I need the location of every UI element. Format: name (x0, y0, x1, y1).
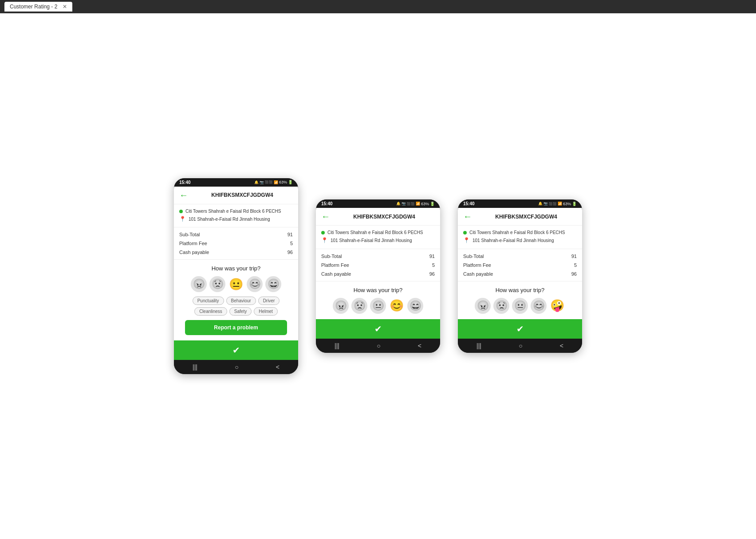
bottom-bar-1[interactable]: ✔ (174, 340, 298, 360)
from-dot-icon (179, 210, 183, 213)
route-from-3: Citi Towers Shahrah e Faisal Rd Block 6 … (463, 229, 577, 236)
check-icon-1: ✔ (232, 345, 240, 355)
emoji-great-3[interactable]: 🤪 (549, 298, 565, 314)
camera-icon-3: 📷 (543, 202, 548, 206)
from-address-2: Citi Towers Shahrah e Faisal Rd Block 6 … (327, 229, 423, 236)
rating-title-3: How was your trip? (496, 287, 545, 293)
emoji-great-1[interactable]: 😄 (265, 276, 281, 292)
app-header-2: ← KHIFBKSMXCFJGDGW4 (316, 208, 440, 226)
recent-apps-btn-2[interactable]: ||| (335, 342, 339, 349)
platform-value-2: 5 (432, 262, 435, 268)
booking-id-2: KHIFBKSMXCFJGDGW4 (334, 214, 435, 220)
platform-label-3: Platform Fee (463, 262, 491, 268)
nav-bar-2: ||| ○ < (316, 339, 440, 353)
tag-punctuality-1[interactable]: Punctuality (193, 297, 224, 305)
subtotal-value-3: 91 (571, 254, 577, 259)
to-address-2: 101 Shahrah-e-Faisal Rd Jinnah Housing (331, 237, 412, 244)
platform-value-3: 5 (574, 262, 577, 268)
battery-text-2: 63% (421, 202, 429, 206)
emoji-neutral-2[interactable]: 😐 (370, 298, 386, 314)
camera-icon-2: 📷 (402, 202, 406, 206)
emoji-angry-3[interactable]: 😠 (475, 298, 491, 314)
emoji-row-3: 😠 😟 😐 😊 🤪 (475, 298, 565, 314)
emoji-happy-3[interactable]: 😊 (531, 298, 547, 314)
to-address-3: 101 Shahrah-e-Faisal Rd Jinnah Housing (472, 237, 554, 244)
main-content: 15:40 🔔 📷 ⬛⬛ 📶 63% 🔋 ← KHIFBKSMXCFJGDGW4… (0, 13, 756, 539)
status-bar-2: 15:40 🔔 📷 ⬛⬛ 📶 63% 🔋 (316, 199, 440, 208)
tag-cleanliness-1[interactable]: Cleanliness (194, 307, 227, 316)
camera-icon: 📷 (260, 180, 264, 184)
tab-close-icon[interactable]: ✕ (63, 4, 67, 10)
emoji-angry-2[interactable]: 😠 (333, 298, 349, 314)
check-icon-2: ✔ (374, 324, 382, 334)
emoji-happy-2[interactable]: 😊 (389, 298, 405, 314)
subtotal-label-1: Sub-Total (179, 232, 200, 237)
to-address-1: 101 Shahrah-e-Faisal Rd Jinnah Housing (189, 216, 270, 223)
browser-tab[interactable]: Customer Rating - 2 ✕ (4, 2, 72, 12)
battery-text: 63% (279, 180, 287, 184)
status-bar-3: 15:40 🔔 📷 ⬛⬛ 📶 63% 🔋 (458, 199, 582, 208)
fare-row-platform-3: Platform Fee 5 (463, 261, 577, 270)
from-dot-icon-3 (463, 231, 467, 234)
from-address-1: Citi Towers Shahrah e Faisal Rd Block 6 … (185, 208, 281, 215)
app-header-1: ← KHIFBKSMXCFJGDGW4 (174, 187, 298, 204)
route-from-1: Citi Towers Shahrah e Faisal Rd Block 6 … (179, 208, 293, 215)
route-to-1: 📍 101 Shahrah-e-Faisal Rd Jinnah Housing (179, 215, 293, 223)
back-button-1[interactable]: ← (179, 190, 188, 200)
tag-behaviour-1[interactable]: Behaviour (226, 297, 256, 305)
fare-row-platform-2: Platform Fee 5 (321, 261, 435, 270)
rating-section-2: How was your trip? 😠 😟 😐 😊 😄 (316, 281, 440, 319)
back-nav-btn-2[interactable]: < (418, 342, 421, 349)
bottom-bar-3[interactable]: ✔ (458, 319, 582, 339)
status-icons-3: 🔔 📷 ⬛⬛ 📶 63% 🔋 (538, 202, 577, 206)
fare-row-platform-1: Platform Fee 5 (179, 239, 293, 248)
from-dot-icon-2 (321, 231, 325, 234)
emoji-neutral-3[interactable]: 😐 (512, 298, 528, 314)
emoji-happy-1[interactable]: 😊 (247, 276, 263, 292)
tag-helmet-1[interactable]: Helmet (254, 307, 278, 316)
fare-row-cash-3: Cash payable 96 (463, 270, 577, 278)
platform-value-1: 5 (290, 241, 293, 246)
bottom-bar-2[interactable]: ✔ (316, 319, 440, 339)
emoji-great-2[interactable]: 😄 (407, 298, 423, 314)
back-nav-btn-1[interactable]: < (276, 363, 280, 371)
booking-id-1: KHIFBKSMXCFJGDGW4 (192, 192, 293, 198)
app-header-3: ← KHIFBKSMXCFJGDGW4 (458, 208, 582, 226)
emoji-neutral-1[interactable]: 😐 (228, 276, 244, 292)
home-btn-3[interactable]: ○ (519, 342, 522, 349)
emoji-angry-1[interactable]: 😠 (191, 276, 207, 292)
status-bar-1: 15:40 🔔 📷 ⬛⬛ 📶 63% 🔋 (174, 178, 298, 187)
recent-apps-btn-1[interactable]: ||| (193, 363, 197, 371)
battery-icon-3: 🔋 (572, 202, 577, 206)
status-time-2: 15:40 (321, 201, 333, 206)
rating-title-2: How was your trip? (354, 287, 403, 293)
tag-driver-1[interactable]: Driver (258, 297, 280, 305)
phone-3: 15:40 🔔 📷 ⬛⬛ 📶 63% 🔋 ← KHIFBKSMXCFJGDGW4… (458, 199, 582, 352)
home-btn-2[interactable]: ○ (377, 342, 380, 349)
home-btn-1[interactable]: ○ (235, 363, 238, 371)
recent-apps-btn-3[interactable]: ||| (476, 342, 481, 349)
cash-value-2: 96 (429, 271, 435, 277)
back-button-2[interactable]: ← (321, 211, 330, 222)
route-from-2: Citi Towers Shahrah e Faisal Rd Block 6 … (321, 229, 435, 236)
phone-2: 15:40 🔔 📷 ⬛⬛ 📶 63% 🔋 ← KHIFBKSMXCFJGDGW4… (316, 199, 440, 352)
rating-section-3: How was your trip? 😠 😟 😐 😊 🤪 (458, 281, 582, 319)
signal-icon-2: 📶 (416, 202, 420, 206)
back-button-3[interactable]: ← (463, 211, 472, 222)
fare-row-subtotal-2: Sub-Total 91 (321, 252, 435, 261)
emoji-sad-1[interactable]: 😟 (209, 276, 225, 292)
report-problem-button-1[interactable]: Report a problem (185, 320, 287, 335)
emoji-sad-2[interactable]: 😟 (351, 298, 367, 314)
emoji-sad-3[interactable]: 😟 (493, 298, 509, 314)
browser-bar: Customer Rating - 2 ✕ (0, 0, 756, 13)
fare-row-subtotal-1: Sub-Total 91 (179, 230, 293, 239)
subtotal-label-3: Sub-Total (463, 254, 484, 259)
tag-safety-1[interactable]: Safety (229, 307, 252, 316)
app-screen-1: ← KHIFBKSMXCFJGDGW4 Citi Towers Shahrah … (174, 187, 298, 340)
platform-label-1: Platform Fee (179, 241, 207, 246)
back-nav-btn-3[interactable]: < (560, 342, 563, 349)
notification-icon: 🔔 (254, 180, 259, 184)
notification-icon-3: 🔔 (538, 202, 543, 206)
fare-details-1: Sub-Total 91 Platform Fee 5 Cash payable… (174, 227, 298, 260)
rating-title-1: How was your trip? (212, 265, 261, 272)
